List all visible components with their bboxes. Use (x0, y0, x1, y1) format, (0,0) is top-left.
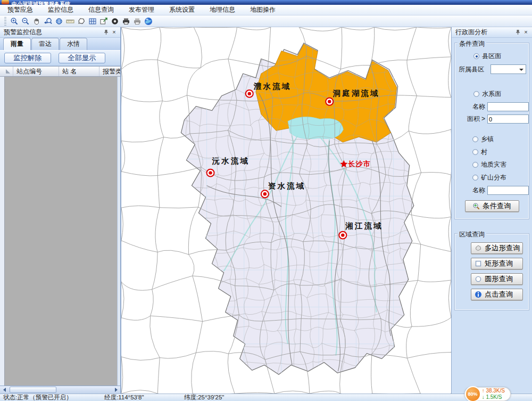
cpu-percent-badge[interactable]: 80% (465, 386, 481, 401)
up-arrow-icon: ↑ (482, 388, 485, 394)
close-icon[interactable]: × (110, 29, 118, 36)
column-header-station-id[interactable]: 站点编号 (13, 67, 59, 76)
feature-name-input[interactable] (487, 186, 529, 195)
pin-icon[interactable] (514, 29, 522, 36)
station-alarm-table: 站点编号 站 名 报警类别 (0, 66, 120, 386)
radio-icon[interactable] (472, 136, 478, 142)
basin-label-dongting: 洞庭湖流域 (332, 89, 380, 97)
radio-geohazard[interactable]: 地质灾害 (472, 160, 526, 169)
zoom-back-icon[interactable] (43, 16, 53, 27)
name-field-label: 名称 (458, 102, 485, 111)
warning-monitor-panel: 预警监控信息 × 雨量 雷达 水情 监控解除 全部显示 站点编号 站 名 报警类… (0, 27, 121, 394)
scroll-right-arrow[interactable] (112, 386, 120, 394)
radio-icon[interactable] (472, 175, 478, 181)
radio-town-label: 乡镇 (481, 135, 494, 144)
record-icon[interactable] (110, 16, 120, 27)
water-name-input[interactable] (487, 102, 529, 111)
nav-globe-icon[interactable] (54, 16, 64, 27)
measure-ruler-icon[interactable] (65, 16, 76, 27)
tab-water-regime[interactable]: 水情 (60, 38, 87, 50)
menu-item-system-settings[interactable]: 系统设置 (162, 5, 202, 15)
close-icon[interactable]: × (522, 29, 530, 36)
city-label: 长沙市 (347, 160, 370, 168)
circle-icon (475, 275, 482, 283)
radio-town[interactable]: 乡镇 (472, 135, 526, 144)
scroll-left-arrow[interactable] (0, 386, 9, 394)
radio-county-area[interactable]: 县区面 (473, 52, 526, 61)
web-globe-icon[interactable] (143, 16, 154, 27)
radio-mine-label: 矿山分布 (481, 173, 506, 182)
table-vertical-scrollbar[interactable] (117, 77, 120, 386)
app-window: 中小河流域预警服务系统 预警应急 监控信息 信息查询 发布管理 系统设置 地理信… (0, 0, 532, 401)
condition-query-label: 条件查询 (483, 201, 511, 211)
show-all-button[interactable]: 全部显示 (59, 53, 105, 63)
table-body-empty (0, 77, 120, 386)
radio-icon[interactable] (472, 162, 478, 168)
row-selector-strip (0, 77, 5, 386)
upload-speed: ↑ 38.3K/S (482, 388, 505, 394)
app-icon (2, 0, 9, 4)
polygon-query-button[interactable]: 多边形查询 (471, 242, 523, 254)
table-horizontal-scrollbar[interactable] (0, 386, 120, 394)
column-header-station-name[interactable]: 站 名 (59, 67, 99, 76)
county-select[interactable] (491, 64, 526, 74)
pan-hand-icon[interactable] (31, 16, 42, 27)
menu-item-geo-info[interactable]: 地理信息 (202, 5, 243, 15)
chevron-down-icon (519, 69, 523, 71)
radio-mine-distribution[interactable]: 矿山分布 (472, 173, 526, 182)
menu-item-map-operation[interactable]: 地图操作 (243, 5, 283, 15)
basin-label-yuanshui: 沅水流域 (212, 157, 250, 165)
network-speed-widget[interactable]: 80% ↑ 38.3K/S ↓ 1.5K/S (464, 387, 511, 401)
basin-label-xiangjiang: 湘江流域 (345, 222, 383, 230)
menu-item-info-query[interactable]: 信息查询 (81, 5, 121, 15)
left-panel-tabs: 雨量 雷达 水情 (0, 38, 120, 50)
station-marker-xiangjiang[interactable] (339, 232, 346, 239)
circle-query-button[interactable]: 圆形查询 (471, 273, 523, 285)
area-value-input[interactable] (487, 114, 529, 124)
area-field-label: 面积 > (458, 114, 485, 124)
download-speed: ↓ 1.5K/S (482, 394, 505, 400)
search-plus-icon (472, 202, 480, 210)
left-panel-title: 预警监控信息 (4, 28, 102, 37)
condition-query-button[interactable]: 条件查询 (465, 200, 519, 212)
row-selector-header[interactable] (0, 67, 13, 76)
rectangle-query-button[interactable]: 矩形查询 (471, 258, 523, 269)
radio-village[interactable]: 村 (472, 148, 526, 157)
window-title: 中小河流域预警服务系统 (12, 1, 70, 5)
scrollbar-thumb[interactable] (10, 387, 56, 393)
monitor-clear-button[interactable]: 监控解除 (4, 53, 51, 63)
menu-item-warning-response[interactable]: 预警应急 (0, 5, 40, 15)
grid-layers-icon[interactable] (87, 16, 98, 27)
status-bar: 状态:正常（预警已开启） 经度:114°53'8" 纬度:25°39'25" (0, 394, 532, 401)
column-header-alarm-type[interactable]: 报警类别 (99, 67, 120, 76)
pin-icon[interactable] (102, 29, 110, 36)
export-map-icon[interactable] (98, 16, 109, 27)
rectangle-query-label: 矩形查询 (485, 259, 513, 268)
station-marker-lishui[interactable] (246, 90, 253, 97)
down-arrow-icon: ↓ (482, 394, 485, 400)
zoom-in-icon[interactable] (9, 16, 20, 27)
radio-geohazard-label: 地质灾害 (481, 160, 506, 169)
station-marker-yuanshui[interactable] (207, 169, 214, 177)
zoom-out-icon[interactable] (20, 16, 31, 27)
tab-radar[interactable]: 雷达 (31, 38, 59, 50)
radio-icon[interactable] (473, 91, 479, 97)
menu-item-monitor-info[interactable]: 监控信息 (40, 5, 81, 15)
lasso-polygon-icon[interactable] (76, 16, 87, 27)
condition-query-group: 条件查询 县区面 所属县区 水系面 名称 (455, 43, 529, 219)
station-marker-zishui[interactable] (261, 190, 269, 198)
polygon-query-label: 多边形查询 (485, 243, 520, 253)
click-query-button[interactable]: 点击查询 (471, 289, 523, 300)
menu-item-publish-manage[interactable]: 发布管理 (121, 5, 162, 15)
basin-label-lishui: 澧水流域 (253, 82, 291, 91)
tab-rainfall[interactable]: 雨量 (3, 38, 31, 50)
map-canvas[interactable]: 澧水流域 洞庭湖流域 沅水流域 资水流域 湘江流域 长沙市 (121, 27, 451, 394)
radio-icon[interactable] (472, 149, 478, 155)
toolbar-grip (4, 17, 6, 26)
station-marker-dongting[interactable] (326, 98, 333, 105)
radio-icon[interactable] (473, 53, 479, 59)
print-preview-icon[interactable] (132, 16, 143, 27)
radio-water-system[interactable]: 水系面 (473, 89, 526, 99)
scrollbar-track[interactable] (9, 386, 112, 394)
print-icon[interactable] (121, 16, 131, 27)
